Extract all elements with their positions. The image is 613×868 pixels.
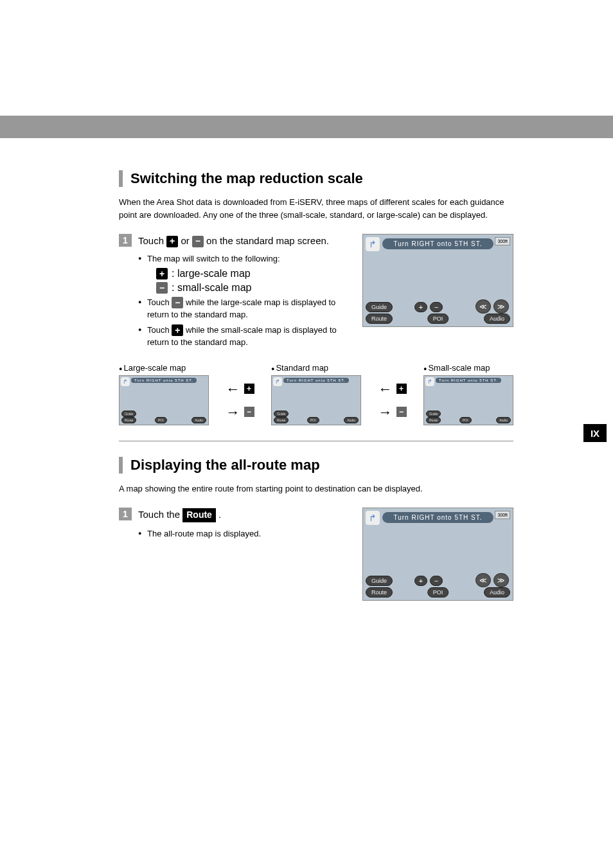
prev-arrow-button[interactable]: ≪ [475,573,491,587]
poi-button[interactable]: POI [155,417,167,423]
map-label-standard: Standard map [271,363,328,373]
poi-button[interactable]: POI [307,417,319,423]
minus-icon: − [172,297,183,308]
guide-button[interactable]: Guide [366,576,393,586]
map-thumbnail-standard: ↱ Turn RIGHT onto 5TH ST. Guide Route PO… [271,375,361,425]
plus-icon: + [172,324,183,336]
map-label-large: Large-scale map [119,363,186,373]
nav-direction-text: Turn RIGHT onto 5TH ST. [283,378,349,383]
step-text: Touch the [138,509,182,520]
poi-button[interactable]: POI [459,417,472,423]
map-label-small: Small-scale map [423,363,490,373]
step-text: Touch [138,235,166,246]
section-heading-allroute: Displaying the all-route map [119,457,513,474]
nav-direction-text: Turn RIGHT onto 5TH ST. [131,378,197,383]
guide-button[interactable]: Guide [121,411,136,417]
next-arrow-button[interactable]: ≫ [493,299,509,314]
map-screenshot-allroute: ↱ Turn RIGHT onto 5TH ST. 300ft Guide Ro… [362,508,513,601]
audio-button[interactable]: Audio [344,417,359,423]
section-intro: When the Area Shot data is downloaded fr… [119,196,513,221]
minus-icon: − [244,407,254,417]
plus-icon: + [156,268,168,279]
turn-arrow-icon: ↱ [121,377,130,386]
arrow-right-icon: → [226,409,240,416]
chapter-tab: IX [583,424,607,442]
zoom-in-button[interactable]: + [414,576,427,586]
arrow-right-icon: → [378,409,393,416]
poi-button[interactable]: POI [427,314,449,324]
step-text: or [181,235,192,246]
step-number: 1 [119,234,132,247]
plus-icon: + [166,236,178,247]
turn-arrow-icon: ↱ [366,237,380,251]
poi-button[interactable]: POI [427,587,449,598]
section-intro: A map showing the entire route from star… [119,483,513,495]
step-instruction: Touch + or − on the standard map screen. [138,234,351,247]
bullet-item: The map will switch to the following: [138,252,351,265]
turn-arrow-icon: ↱ [366,511,380,525]
route-button[interactable]: Route [121,417,136,423]
bullet-item: Touch + while the small-scale map is dis… [138,324,351,349]
step-number: 1 [119,508,132,520]
bullet-item: The all-route map is displayed. [138,527,351,540]
prev-arrow-button[interactable]: ≪ [475,299,491,314]
next-arrow-button[interactable]: ≫ [493,573,509,587]
arrow-left-icon: ← [226,385,240,393]
map-screenshot-standard: ↱ Turn RIGHT onto 5TH ST. 300ft Guide Ro… [362,234,513,327]
route-button[interactable]: Route [274,417,289,423]
step-text: on the standard map screen. [206,235,329,246]
route-label-inline: Route [182,508,216,522]
minus-icon: − [192,236,204,247]
step-instruction: Touch the Route . [138,508,351,522]
guide-button[interactable]: Guide [274,411,289,417]
plus-icon: + [396,384,407,394]
sub-text: : small-scale map [172,282,251,294]
map-thumbnail-large: ↱ Turn RIGHT onto 5TH ST. Guide Route PO… [119,375,209,425]
turn-arrow-icon: ↱ [425,377,434,386]
route-button[interactable]: Route [426,417,441,423]
audio-button[interactable]: Audio [496,417,511,423]
audio-button[interactable]: Audio [484,587,510,598]
guide-button[interactable]: Guide [426,411,441,417]
sub-text: : large-scale map [172,268,251,279]
minus-icon: − [396,407,407,417]
audio-button[interactable]: Audio [191,417,206,423]
zoom-in-button[interactable]: + [414,302,427,312]
map-thumbnail-small: ↱ Turn RIGHT onto 5TH ST. Guide Route PO… [423,375,513,425]
route-button[interactable]: Route [366,314,393,324]
zoom-out-button[interactable]: − [430,302,443,312]
step-text: . [218,509,221,520]
guide-button[interactable]: Guide [366,302,393,312]
bullet-item: Touch − while the large-scale map is dis… [138,296,351,321]
turn-arrow-icon: ↱ [273,377,282,386]
plus-icon: + [244,384,254,394]
audio-button[interactable]: Audio [484,314,510,324]
scale-indicator: 300ft [495,511,510,519]
nav-direction-text: Turn RIGHT onto 5TH ST. [382,238,493,249]
section-heading-switching: Switching the map reduction scale [119,170,513,187]
arrow-left-icon: ← [378,385,393,393]
route-button[interactable]: Route [366,587,393,598]
zoom-out-button[interactable]: − [430,576,443,586]
section-divider [119,441,513,441]
nav-direction-text: Turn RIGHT onto 5TH ST. [382,512,493,523]
scale-indicator: 300ft [495,237,510,245]
minus-icon: − [156,282,168,294]
header-bar [0,116,613,138]
nav-direction-text: Turn RIGHT onto 5TH ST. [436,378,501,383]
